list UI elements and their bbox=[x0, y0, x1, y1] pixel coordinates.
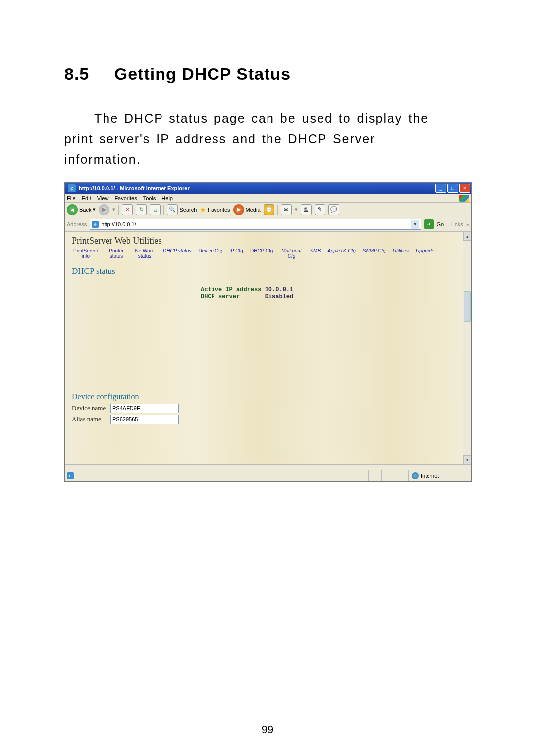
nav-netware-status[interactable]: NetWare status bbox=[133, 248, 156, 259]
scroll-down-button[interactable]: ▾ bbox=[463, 455, 471, 464]
stop-button[interactable]: ✕ bbox=[122, 204, 133, 215]
address-box[interactable]: e ▾ bbox=[90, 219, 421, 230]
address-dropdown-button[interactable]: ▾ bbox=[411, 220, 419, 229]
home-button[interactable]: ⌂ bbox=[150, 204, 160, 215]
mail-button[interactable]: ✉ bbox=[281, 204, 292, 215]
toolbar: ◄ Back ▾ ▶ ▾ ✕ ↻ ⌂ 🔍 Search ★ Favorites … bbox=[65, 203, 471, 217]
para-line-1: The DHCP status page can be used to disp… bbox=[94, 111, 428, 125]
ie-icon: e bbox=[92, 221, 99, 228]
section-title: Getting DHCP Status bbox=[114, 64, 291, 84]
menu-edit[interactable]: Edit bbox=[82, 195, 91, 201]
minimize-button[interactable]: _ bbox=[435, 184, 446, 193]
forward-button[interactable]: ▶ bbox=[99, 204, 109, 215]
media-icon: ▶ bbox=[233, 204, 244, 215]
zone-label: Internet bbox=[421, 473, 439, 479]
active-ip-label: Active IP address bbox=[201, 286, 261, 293]
active-ip-value: 10.0.0.1 bbox=[265, 286, 294, 293]
nav-smb[interactable]: SMB bbox=[310, 248, 321, 259]
chevron-down-icon: ▾ bbox=[295, 206, 298, 213]
device-config-heading: Device configuration bbox=[72, 392, 466, 401]
title-bar: e http://10.0.0.1/ - Microsoft Internet … bbox=[65, 183, 471, 194]
ie-icon: e bbox=[68, 184, 76, 192]
print-button[interactable]: 🖶 bbox=[301, 204, 312, 215]
windows-flag-icon bbox=[459, 195, 469, 202]
back-button[interactable]: ◄ Back ▾ bbox=[67, 204, 96, 215]
dhcp-server-value: Disabled bbox=[265, 293, 294, 300]
edit-button[interactable]: ✎ bbox=[315, 204, 325, 215]
section-heading: 8.5 Getting DHCP Status bbox=[64, 64, 471, 84]
section-number: 8.5 bbox=[64, 64, 89, 84]
status-pane bbox=[395, 470, 408, 481]
links-chevron-icon[interactable]: » bbox=[466, 221, 469, 227]
nav-mail-print-cfg[interactable]: Mail print Cfg bbox=[280, 248, 303, 259]
separator bbox=[277, 205, 278, 215]
ie-icon: e bbox=[67, 472, 74, 479]
spacer bbox=[65, 464, 471, 470]
device-name-input[interactable] bbox=[110, 404, 179, 413]
ie-window: e http://10.0.0.1/ - Microsoft Internet … bbox=[64, 182, 472, 482]
window-title: http://10.0.0.1/ - Microsoft Internet Ex… bbox=[78, 183, 435, 194]
history-button[interactable]: 🕑 bbox=[264, 204, 274, 215]
menu-favorites[interactable]: Favorites bbox=[114, 195, 137, 201]
separator bbox=[118, 205, 119, 215]
zone-pane: Internet bbox=[408, 470, 471, 481]
dhcp-status-data: Active IP address 10.0.0.1 DHCP server D… bbox=[201, 286, 466, 300]
body-paragraph: The DHCP status page can be used to disp… bbox=[64, 108, 471, 170]
nav-printserver-info[interactable]: PrintServer info bbox=[72, 248, 100, 259]
menu-bar: File Edit View Favorites Tools Help bbox=[65, 194, 471, 203]
device-name-row: Device name bbox=[72, 404, 466, 413]
nav-device-cfg[interactable]: Device Cfg bbox=[198, 248, 222, 259]
nav-snmp-cfg[interactable]: SNMP Cfg bbox=[363, 248, 386, 259]
para-line-3: information. bbox=[64, 152, 141, 166]
page-title: PrintServer Web Utilities bbox=[72, 236, 466, 246]
alias-name-row: Alias name bbox=[72, 415, 466, 424]
discuss-button[interactable]: 💬 bbox=[328, 204, 339, 215]
nav-dhcp-cfg[interactable]: DHCP Cfg bbox=[250, 248, 273, 259]
nav-ip-cfg[interactable]: IP Cfg bbox=[229, 248, 243, 259]
star-icon: ★ bbox=[200, 206, 206, 214]
dhcp-status-heading: DHCP status bbox=[72, 266, 466, 276]
page-number: 99 bbox=[0, 723, 535, 736]
menu-view[interactable]: View bbox=[97, 195, 109, 201]
menu-tools[interactable]: Tools bbox=[143, 195, 156, 201]
media-button[interactable]: ▶ Media bbox=[233, 204, 261, 215]
refresh-button[interactable]: ↻ bbox=[136, 204, 147, 215]
para-line-2: print server's IP address and the DHCP S… bbox=[64, 132, 375, 146]
chevron-down-icon: ▾ bbox=[112, 206, 115, 213]
search-icon: 🔍 bbox=[167, 204, 178, 215]
vertical-scrollbar[interactable]: ▴ ▾ bbox=[463, 232, 471, 464]
separator bbox=[163, 205, 164, 215]
nav-upgrade[interactable]: Upgrade bbox=[416, 248, 434, 259]
menu-file[interactable]: File bbox=[67, 195, 76, 201]
address-label: Address bbox=[67, 221, 87, 227]
separator bbox=[447, 219, 447, 229]
favorites-button[interactable]: ★ Favorites bbox=[200, 206, 230, 214]
status-pane bbox=[368, 470, 381, 481]
back-icon: ◄ bbox=[67, 204, 78, 215]
go-button[interactable]: ➜ bbox=[424, 219, 434, 229]
address-bar: Address e ▾ ➜ Go Links » bbox=[65, 217, 471, 232]
alias-name-label: Alias name bbox=[72, 415, 108, 423]
nav-printer-status[interactable]: Printer status bbox=[107, 248, 126, 259]
links-label[interactable]: Links bbox=[450, 221, 463, 227]
nav-utilities[interactable]: Utilities bbox=[393, 248, 409, 259]
status-pane bbox=[355, 470, 368, 481]
menu-help[interactable]: Help bbox=[161, 195, 173, 201]
page-content: ▴ ▾ PrintServer Web Utilities PrintServe… bbox=[65, 232, 471, 464]
go-label: Go bbox=[437, 221, 444, 227]
nav-appletk-cfg[interactable]: AppleTK Cfg bbox=[327, 248, 356, 259]
address-input[interactable] bbox=[100, 221, 410, 228]
status-bar: e Internet bbox=[65, 470, 471, 481]
close-button[interactable]: ✕ bbox=[459, 184, 470, 193]
scroll-thumb[interactable] bbox=[464, 291, 471, 322]
nav-links: PrintServer info Printer status NetWare … bbox=[72, 248, 466, 259]
scroll-up-button[interactable]: ▴ bbox=[463, 232, 471, 241]
nav-dhcp-status[interactable]: DHCP status bbox=[163, 248, 191, 259]
device-name-label: Device name bbox=[72, 404, 108, 412]
dhcp-server-label: DHCP server bbox=[201, 293, 240, 300]
alias-name-input[interactable] bbox=[110, 415, 179, 424]
status-pane bbox=[381, 470, 395, 481]
chevron-down-icon: ▾ bbox=[93, 206, 96, 213]
maximize-button[interactable]: □ bbox=[447, 184, 458, 193]
search-button[interactable]: 🔍 Search bbox=[167, 204, 197, 215]
